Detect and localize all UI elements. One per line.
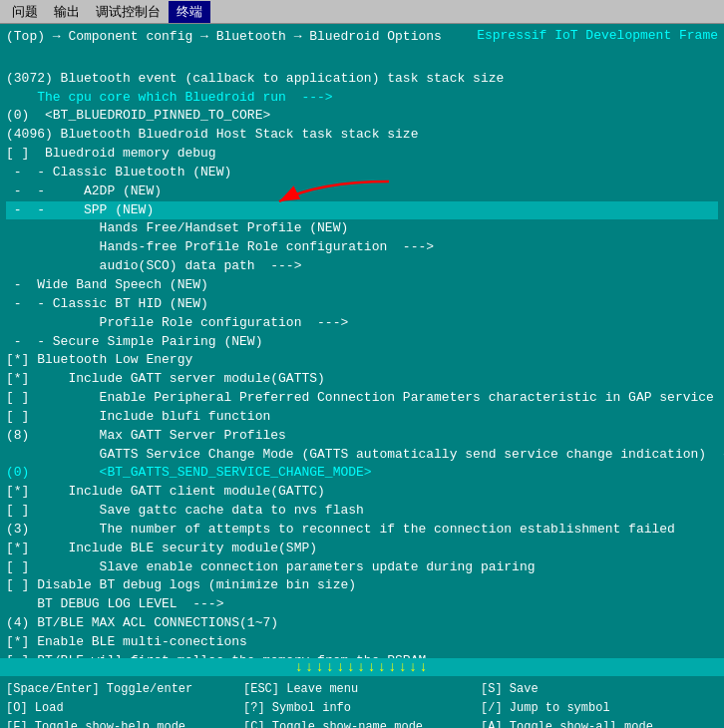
line-29: BT DEBUG LOG LEVEL ---> <box>6 595 718 614</box>
menu-debug-console[interactable]: 调试控制台 <box>88 1 169 23</box>
line-3: (0) <BT_BLUEDROID_PINNED_TO_CORE> <box>6 107 718 126</box>
line-23: [*] Include GATT client module(GATTC) <box>6 483 718 502</box>
line-20: (8) Max GATT Server Profiles <box>6 427 718 446</box>
line-19: [ ] Include blufi function <box>6 408 718 427</box>
line-24: [ ] Save gattc cache data to nvs flash <box>6 502 718 521</box>
menu-bar: 问题 输出 调试控制台 终端 <box>0 0 724 24</box>
line-11: audio(SCO) data path ---> <box>6 257 718 276</box>
line-15: - - Secure Simple Pairing (NEW) <box>6 333 718 352</box>
line-10: Hands-free Profile Role configuration --… <box>6 238 718 257</box>
hint-symbol-info: [?] Symbol info <box>243 699 481 718</box>
line-22: (0) <BT_GATTS_SEND_SERVICE_CHANGE_MODE> <box>6 464 718 483</box>
line-27: [ ] Slave enable connection parameters u… <box>6 558 718 577</box>
hint-row-1: [Space/Enter] Toggle/enter [ESC] Leave m… <box>6 680 718 699</box>
line-13: - - Classic BT HID (NEW) <box>6 295 718 314</box>
hint-toggle-all: [A] Toggle show-all mode <box>481 718 718 728</box>
line-21: GATTS Service Change Mode (GATTS automat… <box>6 446 718 465</box>
hint-space-enter: [Space/Enter] Toggle/enter <box>6 680 243 699</box>
hint-jump-symbol: [/] Jump to symbol <box>481 699 718 718</box>
line-14: Profile Role configuration ---> <box>6 314 718 333</box>
line-9: Hands Free/Handset Profile (NEW) <box>6 219 718 238</box>
hint-save: [S] Save <box>481 680 718 699</box>
line-5: [ ] Bluedroid memory debug <box>6 145 718 164</box>
line-spp: - - SPP (NEW) <box>6 201 718 220</box>
line-26: [*] Include BLE security module(SMP) <box>6 540 718 558</box>
hint-toggle-help: [F] Toggle show-help mode <box>6 718 243 728</box>
line-18: [ ] Enable Peripheral Preferred Connecti… <box>6 389 718 408</box>
line-1: (3072) Bluetooth event (callback to appl… <box>6 70 718 89</box>
hint-row-3: [F] Toggle show-help mode [C] Toggle sho… <box>6 718 718 728</box>
key-hints: [Space/Enter] Toggle/enter [ESC] Leave m… <box>0 676 724 728</box>
hint-esc: [ESC] Leave menu <box>243 680 481 699</box>
menu-output[interactable]: 输出 <box>46 1 88 23</box>
line-7: - - A2DP (NEW) <box>6 182 718 201</box>
line-blank <box>6 51 718 70</box>
menu-issue[interactable]: 问题 <box>4 1 46 23</box>
line-28: [ ] Disable BT debug logs (minimize bin … <box>6 576 718 595</box>
scroll-status-bar: ↓↓↓↓↓↓↓↓↓↓↓↓↓ <box>0 658 724 676</box>
scroll-arrows: ↓↓↓↓↓↓↓↓↓↓↓↓↓ <box>294 659 429 675</box>
line-12: - Wide Band Speech (NEW) <box>6 276 718 295</box>
line-25: (3) The number of attempts to reconnect … <box>6 521 718 540</box>
line-2: The cpu core which Bluedroid run ---> <box>6 89 718 108</box>
hint-load: [O] Load <box>6 699 243 718</box>
line-6: - - Classic Bluetooth (NEW) <box>6 164 718 182</box>
line-17: [*] Include GATT server module(GATTS) <box>6 370 718 389</box>
hint-row-2: [O] Load [?] Symbol info [/] Jump to sym… <box>6 699 718 718</box>
line-32: [ ] BT/BLE will first malloc the memory … <box>6 652 718 658</box>
hint-toggle-name: [C] Toggle show-name mode <box>243 718 481 728</box>
line-30: (4) BT/BLE MAX ACL CONNECTIONS(1~7) <box>6 614 718 633</box>
brand-text: Espressif IoT Development Frame <box>477 28 718 43</box>
menu-terminal[interactable]: 终端 <box>169 1 210 23</box>
line-4: (4096) Bluetooth Bluedroid Host Stack ta… <box>6 126 718 145</box>
line-31: [*] Enable BLE multi-conections <box>6 633 718 652</box>
line-16: [*] Bluetooth Low Energy <box>6 351 718 370</box>
terminal: Espressif IoT Development Frame (Top) → … <box>0 24 724 658</box>
